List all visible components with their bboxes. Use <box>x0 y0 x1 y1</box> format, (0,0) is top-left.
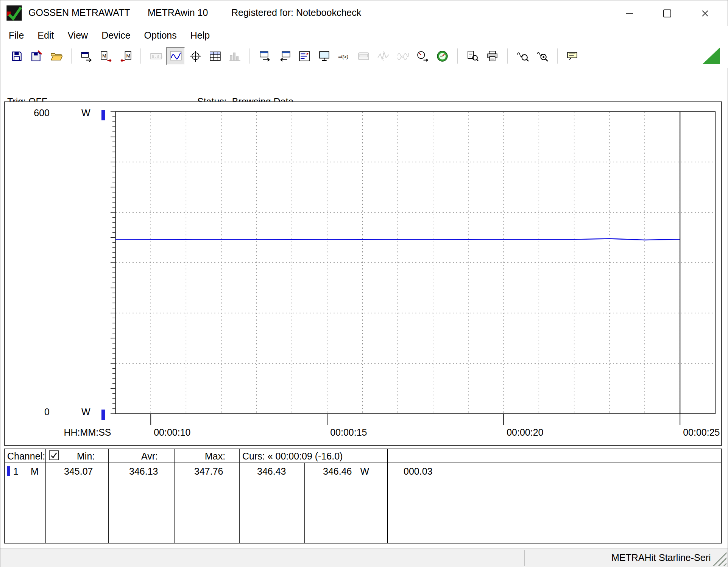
bar-chart-button <box>225 47 244 65</box>
window-export-button[interactable] <box>256 47 274 65</box>
sequence-list-button[interactable] <box>295 47 314 65</box>
toolbar-separator <box>249 48 250 64</box>
menu-edit[interactable]: Edit <box>31 28 61 43</box>
monitor-button[interactable] <box>315 47 334 65</box>
close-button[interactable] <box>686 0 724 26</box>
menu-help[interactable]: Help <box>184 28 217 43</box>
toolbar-separator <box>140 48 141 64</box>
zoom-button[interactable] <box>533 47 552 65</box>
menu-device[interactable]: Device <box>95 28 137 43</box>
meter-transfer-icon <box>416 50 429 62</box>
cell-cursor-b: 346.46W <box>323 465 369 478</box>
note-button[interactable] <box>563 47 582 65</box>
channel-marker-top <box>101 110 105 120</box>
app-logo-icon <box>6 5 22 21</box>
gauge-button[interactable] <box>433 47 452 65</box>
open-folder-button[interactable] <box>47 47 65 65</box>
export-doc-button[interactable]: M <box>97 47 115 65</box>
line-chart-button[interactable] <box>166 47 185 65</box>
cell-channel-number: 1 <box>13 465 19 478</box>
close-icon <box>701 9 709 17</box>
menu-options[interactable]: Options <box>137 28 184 43</box>
menu-file[interactable]: File <box>2 28 31 43</box>
monitor-icon <box>318 50 330 62</box>
titlebar-app-name: METRAwin 10 <box>148 7 208 18</box>
menu-view[interactable]: View <box>61 28 95 43</box>
envelope-curve-icon <box>397 50 409 62</box>
channel-color-marker <box>7 466 10 476</box>
device-lcd-button <box>354 47 373 65</box>
table-column-divider <box>304 463 305 543</box>
print-preview-icon <box>466 50 479 62</box>
crosshair-button[interactable] <box>186 47 205 65</box>
x-tick-label: 00:00:15 <box>330 427 367 438</box>
channel-marker-bottom <box>101 410 105 420</box>
cell-avr: 346.13 <box>129 465 158 478</box>
cell-min: 345.07 <box>64 465 93 478</box>
x-tick-label: 00:00:20 <box>507 427 543 438</box>
chart-panel: 600 W 0 W HH:MM:SS 00:00:1000:00:1500:00… <box>4 101 722 446</box>
window-export-icon <box>259 50 271 62</box>
envelope-curve-button <box>393 47 412 65</box>
cell-channel-mode: M <box>31 465 39 478</box>
channel-visibility-checkbox[interactable] <box>49 450 59 460</box>
svg-text:M: M <box>102 53 106 58</box>
toolbar-separator <box>71 48 72 64</box>
cell-max: 347.76 <box>194 465 223 478</box>
svg-text:M: M <box>126 53 130 58</box>
export-screen-button[interactable] <box>77 47 96 65</box>
meter-transfer-button[interactable] <box>413 47 432 65</box>
svg-text:=f(x): =f(x) <box>338 53 348 59</box>
titlebar-registered: Registered for: Notebookcheck <box>231 7 361 18</box>
data-table-button[interactable] <box>206 47 224 65</box>
save-report-icon <box>30 50 43 62</box>
y-axis-unit-label: W <box>81 407 90 417</box>
zoom-wave-button[interactable] <box>513 47 532 65</box>
export-doc-icon: M <box>100 50 112 62</box>
table-header-channel: Channel: <box>7 450 45 462</box>
titlebar-brand: GOSSEN METRAWATT <box>28 7 130 18</box>
y-axis-max-label: 600 <box>20 107 50 118</box>
zoom-icon <box>536 50 549 62</box>
cursor-b-unit: W <box>360 466 369 477</box>
table-column-divider <box>174 449 175 543</box>
table-header-min: Min: <box>77 450 95 462</box>
minimize-icon <box>626 13 633 14</box>
x-tick-label: 00:00:25 <box>683 427 720 438</box>
titlebar: GOSSEN METRAWATT METRAwin 10 Registered … <box>0 0 728 26</box>
table-column-divider <box>108 449 109 543</box>
open-folder-icon <box>50 50 62 62</box>
formula-button[interactable]: =f(x) <box>334 47 353 65</box>
table-header-avr: Avr: <box>141 450 158 462</box>
window-import-icon <box>279 50 291 62</box>
print-button[interactable] <box>483 47 502 65</box>
print-preview-button[interactable] <box>463 47 482 65</box>
save-button[interactable] <box>7 47 26 65</box>
x-tick-label: 00:00:10 <box>154 427 190 438</box>
maximize-button[interactable] <box>648 0 686 26</box>
data-line <box>115 238 680 240</box>
window-controls <box>610 0 724 26</box>
resize-grip[interactable] <box>712 552 726 566</box>
crosshair-icon <box>189 50 202 62</box>
metrawin-window: GOSSEN METRAWATT METRAwin 10 Registered … <box>0 0 728 567</box>
numeric-display-icon: 8.8.8 <box>150 50 162 62</box>
gauge-icon <box>436 50 449 62</box>
cell-delta: 000.03 <box>404 465 432 478</box>
checkmark-icon <box>50 452 58 459</box>
cell-cursor-a: 346.43 <box>257 465 286 478</box>
window-import-button[interactable] <box>275 47 294 65</box>
import-doc-button[interactable]: M <box>116 47 135 65</box>
minimize-button[interactable] <box>610 0 648 26</box>
save-report-button[interactable] <box>27 47 46 65</box>
table-header-cursor: Curs: « 00:00:09 (-16.0) <box>242 450 343 462</box>
device-lcd-icon <box>357 50 370 62</box>
toolbar-separator <box>457 48 458 64</box>
formula-icon: =f(x) <box>338 50 350 62</box>
sequence-list-icon <box>298 50 311 62</box>
toolbar-separator <box>507 48 508 64</box>
menubar: FileEditViewDeviceOptionsHelp <box>0 26 728 44</box>
statusbar-device-name: METRAHit Starline-Seri <box>611 552 711 563</box>
numeric-display-button: 8.8.8 <box>147 47 165 65</box>
chart-plot[interactable] <box>5 102 721 445</box>
